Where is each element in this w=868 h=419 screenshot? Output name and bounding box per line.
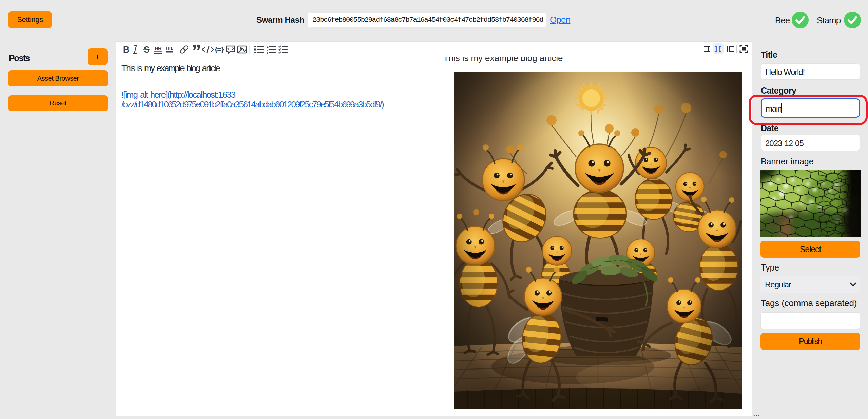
svg-text:{=}: {=} — [215, 45, 224, 53]
svg-text:”: ” — [192, 43, 200, 56]
svg-text:B: B — [123, 45, 129, 54]
svg-text:HR: HR — [155, 45, 162, 51]
svg-text:TITL: TITL — [165, 46, 173, 51]
svg-text:3: 3 — [267, 51, 268, 54]
